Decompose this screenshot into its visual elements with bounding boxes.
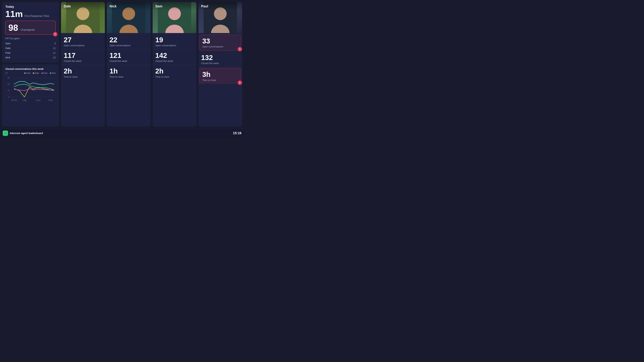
- legend-dot: [50, 72, 51, 74]
- agent-col-nick: Nick22Open conversations121Closed this w…: [107, 2, 150, 127]
- agent-col-paul: Paul33Open conversations!132Closed this …: [198, 2, 242, 127]
- frt-agent-row: Paul11: [5, 50, 56, 55]
- time-to-close-nick: 1hTime to close: [107, 65, 150, 80]
- frt-by-agent-section: FRT by agent Sam9Dale11Paul11Nick13: [5, 37, 56, 60]
- open-conversations-dale: 27Open conversations: [61, 34, 105, 49]
- svg-text:0: 0: [8, 96, 10, 98]
- time-to-close-dale: 2hTime to close: [61, 65, 105, 80]
- agent-photo-paul: Paul: [198, 2, 242, 33]
- open-conv-label: Open conversations: [202, 45, 238, 48]
- agent-photo-nick: Nick: [107, 2, 150, 33]
- chart-legend-item: Sam: [24, 72, 30, 74]
- time-to-close-paul: 3hTime to close!: [200, 68, 241, 84]
- time-to-close-sam: 2hTime to close: [152, 65, 196, 80]
- chart-card: Closed conversations this week 30 SamDal…: [2, 64, 59, 127]
- agent-stats-nick: 22Open conversations121Closed this week1…: [107, 33, 150, 127]
- svg-rect-24: [5, 132, 5, 133]
- closed-week-number: 117: [64, 52, 102, 60]
- closed-week-number: 132: [201, 54, 240, 62]
- agent-photo-dale: Dale: [61, 2, 105, 33]
- svg-text:5 Mar: 5 Mar: [48, 99, 53, 102]
- closed-week-label: Closed this week: [155, 60, 194, 62]
- open-conv-alert-badge: !: [237, 47, 242, 52]
- agent-photo-wrapper-dale: Dale: [61, 2, 105, 33]
- chart-legend-item: Dale: [33, 72, 39, 74]
- agent-name-nick: Nick: [107, 2, 150, 10]
- chart-legend-item: Nick: [50, 72, 56, 74]
- open-conv-number: 22: [110, 36, 148, 44]
- frt-agent-name: Sam: [5, 42, 10, 45]
- today-card: Today 11m First Response Time 98 Unassig…: [2, 2, 59, 63]
- frt-label: First Response Time: [24, 14, 49, 18]
- agent-photo-wrapper-paul: Paul: [198, 2, 242, 33]
- legend-label: Paul: [44, 72, 48, 74]
- open-conv-label: Open conversations: [64, 44, 102, 47]
- bottom-bar-title: Intercom agent leaderboard: [10, 132, 43, 134]
- frt-agent-row: Dale11: [5, 46, 56, 50]
- open-conversations-nick: 22Open conversations: [107, 34, 150, 49]
- bottom-bar: Intercom agent leaderboard 15:16: [0, 129, 244, 138]
- chart-y-max: 30: [5, 72, 8, 74]
- unassigned-box: 98 Unassigned !: [5, 21, 56, 35]
- frt-by-agent-title: FRT by agent: [5, 37, 56, 40]
- open-conv-number: 33: [202, 37, 238, 45]
- frt-agent-name: Paul: [5, 51, 10, 54]
- open-conversations-paul: 33Open conversations!: [200, 35, 241, 50]
- agent-stats-dale: 27Open conversations117Closed this week2…: [61, 33, 105, 127]
- open-conv-number: 27: [64, 36, 102, 44]
- time-to-close-alert-badge: !: [237, 80, 242, 85]
- closed-week-label: Closed this week: [110, 60, 148, 62]
- chart-container: 30 20 10 0 29 Feb 1 Mar 3 Mar 5 Mar: [5, 76, 56, 106]
- agent-col-dale: Dale27Open conversations117Closed this w…: [61, 2, 105, 127]
- time-close-number: 2h: [155, 67, 194, 75]
- unassigned-alert-badge: !: [53, 32, 58, 37]
- closed-week-label: Closed this week: [201, 62, 240, 64]
- agent-photo-wrapper-sam: Sam: [152, 2, 196, 33]
- time-close-number: 2h: [64, 67, 102, 75]
- bottom-bar-time: 15:16: [233, 131, 242, 135]
- time-close-label: Time to close: [110, 76, 148, 78]
- unassigned-number: 98: [8, 23, 18, 32]
- closed-this-week-nick: 121Closed this week: [107, 49, 150, 65]
- svg-text:1 Mar: 1 Mar: [22, 99, 27, 102]
- svg-rect-26: [6, 132, 6, 133]
- chart-title: Closed conversations this week: [5, 68, 56, 70]
- chart-legend: SamDalePaulNick: [24, 72, 56, 74]
- intercom-logo-icon: [3, 130, 8, 136]
- open-conv-label: Open conversations: [155, 44, 194, 47]
- open-conversations-sam: 19Open conversations: [152, 34, 196, 49]
- main-content: Today 11m First Response Time 98 Unassig…: [0, 0, 244, 129]
- frt-agent-score: 9: [54, 42, 56, 45]
- svg-text:30: 30: [8, 76, 10, 79]
- today-title: Today: [5, 5, 56, 8]
- frt-agent-row: Sam9: [5, 41, 56, 46]
- bottom-logo: Intercom agent leaderboard: [3, 130, 43, 136]
- legend-label: Dale: [35, 72, 39, 74]
- agent-name-dale: Dale: [61, 2, 105, 10]
- closed-this-week-sam: 142Closed this week: [152, 49, 196, 65]
- frt-agent-name: Nick: [5, 56, 10, 59]
- agent-photo-sam: Sam: [152, 2, 196, 33]
- agent-col-sam: Sam19Open conversations142Closed this we…: [152, 2, 196, 127]
- svg-text:29 Feb: 29 Feb: [11, 99, 17, 102]
- legend-label: Nick: [52, 72, 56, 74]
- closed-this-week-dale: 117Closed this week: [61, 49, 105, 65]
- frt-agent-score: 11: [53, 47, 56, 50]
- closed-week-number: 121: [110, 52, 148, 60]
- agent-photo-wrapper-nick: Nick: [107, 2, 150, 33]
- agent-name-sam: Sam: [152, 2, 196, 10]
- frt-value: 11m First Response Time: [5, 10, 56, 18]
- unassigned-label: Unassigned: [20, 28, 35, 31]
- open-conv-label: Open conversations: [110, 44, 148, 47]
- time-close-number: 1h: [110, 67, 148, 75]
- frt-agent-score: 13: [53, 56, 56, 59]
- legend-dot: [42, 72, 43, 74]
- svg-text:3 Mar: 3 Mar: [36, 99, 41, 102]
- svg-text:20: 20: [8, 83, 10, 86]
- open-conv-number: 19: [155, 36, 194, 44]
- time-close-label: Time to close: [155, 76, 194, 78]
- chart-legend-item: Paul: [42, 72, 48, 74]
- time-close-label: Time to close: [202, 79, 238, 82]
- left-panel: Today 11m First Response Time 98 Unassig…: [2, 2, 59, 127]
- agent-stats-sam: 19Open conversations142Closed this week2…: [152, 33, 196, 127]
